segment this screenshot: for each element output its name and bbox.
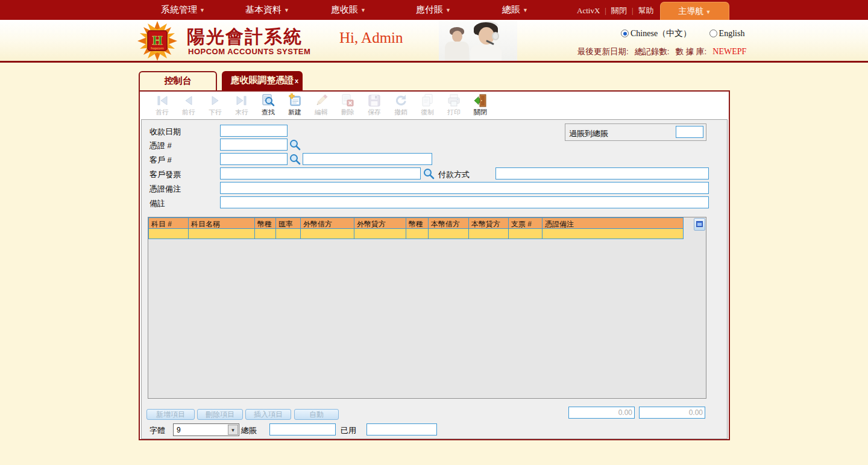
post-to-gl-input[interactable] [676,126,703,138]
menu-basic-data[interactable]: 基本資料▼ [245,4,289,16]
col-local-debit[interactable]: 本幣借方 [429,217,469,229]
app-subtitle: HOPCOM ACCOUNTS SYSTEM [188,47,310,56]
col-currency[interactable]: 幣種 [255,217,276,229]
toolbar: 首行 前行 下行 末行 查找 新建 [140,92,729,119]
col-exchange-rate[interactable]: 匯率 [276,217,301,229]
edit-button: 編輯 [309,93,333,118]
company-logo: H hopcom [137,21,177,61]
last-row-button: 末行 [230,93,254,118]
svg-text:H: H [152,33,162,48]
find-button[interactable]: 查找 [256,93,280,118]
payment-method-input[interactable] [495,167,709,179]
menu-system-admin[interactable]: 系統管理▼ [161,4,205,16]
radio-chinese[interactable]: Chinese（中文） [621,29,691,38]
delete-icon [340,93,356,108]
menu-accounts-receivable[interactable]: 應收賬▼ [331,4,366,16]
form-container: 收款日期 憑證 # 客戶 # 客戶發票 付款方式 憑證備注 備註 [141,119,728,439]
undo-icon [393,93,409,108]
menu-accounts-payable[interactable]: 應付賬▼ [416,4,451,16]
chevron-down-icon: ▼ [200,7,205,13]
insert-item-button[interactable]: 插入項目 [245,409,291,420]
remark-input[interactable] [220,196,709,208]
customer-number-label: 客戶 # [149,155,172,166]
app-title: 陽光會計系統 [187,25,303,49]
copy-button: 復制 [415,93,439,118]
database-value: NEWEPF [712,47,746,56]
chevron-down-icon: ▼ [445,7,451,13]
next-row-icon [207,93,223,108]
font-label: 字體 [149,425,165,436]
customer-number-input[interactable] [220,153,288,165]
tab-console[interactable]: 控制台 [139,71,217,90]
link-activx[interactable]: ActivX [577,6,600,15]
invoice-search-icon[interactable] [423,167,435,180]
first-row-button: 首行 [150,93,174,118]
find-icon [260,93,276,108]
customer-service-photo [439,21,517,61]
col-local-credit[interactable]: 本幣貸方 [469,217,509,229]
customer-invoice-input[interactable] [220,167,421,179]
voucher-number-input[interactable] [220,139,288,151]
chevron-down-icon: ▼ [360,7,366,13]
font-size-select[interactable]: 9 ▼ [173,423,239,436]
customer-invoice-label: 客戶發票 [149,169,181,180]
application-window: 系統管理▼ 基本資料▼ 應收賬▼ 應付賬▼ 總賬▼ ActivX|關閉|幫助 主… [0,0,868,465]
customer-name-input[interactable] [303,153,432,165]
add-item-button[interactable]: 新增項目 [146,409,195,420]
radio-selected-icon[interactable] [621,30,629,37]
print-icon [446,93,462,108]
menu-general-ledger[interactable]: 總賬▼ [502,4,528,16]
remark-label: 備註 [149,198,165,209]
col-voucher-remark[interactable]: 憑證備注 [542,217,684,229]
link-close[interactable]: 關閉 [611,6,627,15]
grid-header-row: 科目 # 科目名稱 幣種 匯率 外幣借方 外幣貸方 幣種 本幣借方 本幣貸方 支… [148,217,684,229]
receipt-date-label: 收款日期 [149,126,181,137]
close-button[interactable]: 關閉 [468,93,492,118]
col-account-name[interactable]: 科目名稱 [189,217,255,229]
delete-button: 刪除 [336,93,360,118]
main-nav-tab[interactable]: 主導航▼ [660,2,729,20]
auto-button[interactable]: 自動 [294,409,339,420]
col-foreign-credit[interactable]: 外幣貸方 [354,217,406,229]
user-greeting: Hi, Admin [339,30,403,46]
main-panel: 首行 前行 下行 末行 查找 新建 [139,90,730,440]
radio-english[interactable]: English [709,29,745,38]
select-arrow-icon[interactable]: ▼ [228,425,238,435]
tab-ar-adjustment-voucher[interactable]: 應收賬調整憑證 x [222,71,303,90]
used-input[interactable] [366,423,437,435]
col-currency-2[interactable]: 幣種 [406,217,429,229]
link-help[interactable]: 幫助 [638,6,654,15]
chevron-down-icon: ▼ [523,7,528,13]
voucher-remark-label: 憑證備注 [149,184,181,195]
delete-item-button[interactable]: 刪除項目 [197,409,243,420]
database-label: 數 據 庫: [676,47,707,56]
gl-label: 總賬 [241,425,257,436]
radio-unselected-icon[interactable] [709,30,717,37]
print-button: 打印 [442,93,466,118]
total-credit-field [639,407,705,419]
post-to-gl-box: 過賬到總賬 [565,123,706,141]
new-icon [287,93,303,108]
voucher-search-icon[interactable] [289,139,301,151]
chevron-down-icon: ▼ [284,7,289,13]
customer-search-icon[interactable] [289,153,301,166]
post-to-gl-label: 過賬到總賬 [569,128,608,139]
col-cheque-number[interactable]: 支票 # [509,217,542,229]
tab-close-icon[interactable]: x [295,72,298,90]
new-button[interactable]: 新建 [283,93,307,118]
svg-text:hopcom: hopcom [151,46,163,50]
receipt-date-input[interactable] [220,125,288,137]
chevron-down-icon: ▼ [706,9,711,15]
gl-input[interactable] [269,423,336,435]
voucher-number-label: 憑證 # [149,140,172,151]
separator: | [632,6,634,15]
grid-empty-row[interactable] [148,229,684,239]
voucher-remark-input[interactable] [220,182,709,194]
column-settings-button[interactable] [694,218,705,231]
col-account-number[interactable]: 科目 # [148,217,189,229]
payment-method-label: 付款方式 [438,169,470,180]
col-foreign-debit[interactable]: 外幣借方 [301,217,354,229]
language-switch: Chinese（中文） English [621,28,760,39]
copy-icon [420,93,435,108]
total-debit-field [568,407,635,419]
